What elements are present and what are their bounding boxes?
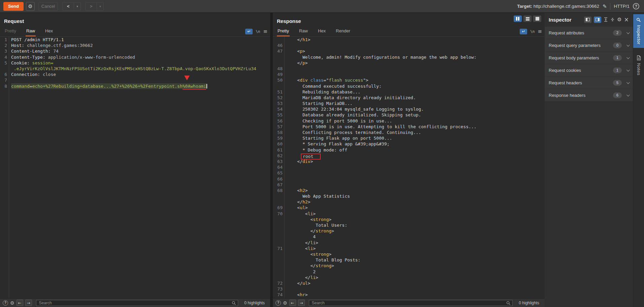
line-number (273, 257, 284, 263)
response-search-input[interactable] (309, 300, 513, 306)
code-line: 70 <li> (273, 211, 545, 217)
code-line: Total Users: (273, 222, 545, 228)
chevron-down-icon (626, 43, 630, 47)
inspector-section-request-attributes[interactable]: Request attributes2 (545, 27, 633, 39)
count-badge: 0 (613, 43, 622, 48)
code-line: 67 (273, 182, 545, 188)
code-line: 66 (273, 176, 545, 182)
search-next-button[interactable]: → (25, 300, 32, 306)
wrap-lines-icon[interactable]: ↵ (520, 29, 527, 34)
send-settings-button[interactable]: ⚙ (26, 2, 35, 11)
search-prev-button[interactable]: ← (289, 300, 296, 306)
request-search-input[interactable] (36, 300, 238, 306)
inspector-section-response-headers[interactable]: Response headers6 (545, 89, 633, 101)
search-help-icon[interactable]: ? (276, 300, 281, 306)
tab-raw[interactable]: Raw (298, 28, 309, 36)
help-icon[interactable]: ? (633, 3, 639, 9)
line-number: 70 (273, 211, 284, 217)
line-number (273, 60, 284, 66)
divider (610, 3, 610, 10)
line-number: 61 (273, 147, 284, 153)
count-badge: 2 (613, 30, 622, 36)
history-back-dropdown[interactable]: ▾ (74, 2, 80, 10)
code-line: 71 <li> (273, 246, 545, 251)
toolbar: Send ⚙ Cancel < ▾ > ▾ Target: http://cha… (0, 0, 644, 13)
line-number: 58 (273, 130, 284, 135)
code-line: 48 (273, 66, 545, 72)
code-line: <strong> (273, 217, 545, 222)
line-number: 68 (273, 188, 284, 193)
line-number: 1 (0, 37, 9, 43)
expand-all-button[interactable] (604, 17, 608, 22)
code-line: 47 <p> (273, 48, 545, 54)
inspector-section-request-body-parameters[interactable]: Request body parameters1 (545, 52, 633, 64)
line-number: 49 (273, 72, 284, 77)
code-line: 54 250302 22:34:04 mysqld_safe Logging t… (273, 106, 545, 112)
search-next-button[interactable]: → (298, 300, 305, 306)
response-panel: Response PrettyRawHexRender ↵ \n ≡ </h1>… (273, 13, 545, 307)
tab-inspector[interactable]: Inspector (633, 14, 644, 48)
code-line: 4Content-Type: application/x-www-form-ur… (0, 54, 270, 60)
show-nonprintable-icon[interactable]: \n (530, 29, 535, 34)
cancel-button[interactable]: Cancel (38, 2, 58, 11)
line-number: 53 (273, 101, 284, 106)
collapse-all-button[interactable] (610, 17, 615, 22)
request-editor[interactable]: 1POST /admin HTTP/1.12Host: challenge.ct… (0, 37, 270, 298)
tab-hex[interactable]: Hex (317, 28, 326, 36)
dock-right-button[interactable] (594, 17, 601, 23)
inspector-close-button[interactable]: × (624, 16, 629, 23)
line-number: 65 (273, 170, 284, 176)
inspector-section-request-cookies[interactable]: Request cookies1 (545, 64, 633, 76)
code-line: 49 (273, 72, 545, 77)
line-number (273, 199, 284, 205)
http-version-selector[interactable]: HTTP/1 (614, 4, 630, 9)
edit-target-icon[interactable]: ✎ (603, 3, 607, 9)
history-forward-button[interactable]: > (86, 2, 97, 10)
line-number (273, 217, 284, 222)
search-prev-button[interactable]: ← (17, 300, 23, 306)
history-forward-splitbutton: > ▾ (85, 2, 104, 11)
editor-menu-icon[interactable]: ≡ (538, 28, 542, 34)
section-label: Response headers (549, 93, 585, 98)
line-number (273, 251, 284, 257)
line-number (273, 222, 284, 228)
send-button[interactable]: Send (3, 2, 24, 11)
search-settings-icon[interactable]: ⚙ (283, 300, 287, 306)
notes-icon (637, 55, 641, 60)
tab-pretty[interactable]: Pretty (277, 28, 290, 36)
line-number: 62 (273, 153, 284, 159)
inspector-section-request-headers[interactable]: Request headers5 (545, 77, 633, 89)
code-line: 8command=echo+%27Rebuilding+database...%… (0, 83, 270, 89)
view-rows-button[interactable] (523, 16, 532, 22)
code-line: 57 Port 5000 is in use. Attempting to ki… (273, 124, 545, 130)
response-editor[interactable]: </h1>4647 <p> Welcome, admin! Modify con… (273, 37, 545, 298)
tab-raw[interactable]: Raw (26, 28, 36, 36)
inspector-sections: Request attributes2Request query paramet… (545, 27, 633, 101)
tab-render[interactable]: Render (335, 28, 351, 36)
tab-notes[interactable]: Notes (633, 52, 644, 79)
search-settings-icon[interactable]: ⚙ (10, 300, 14, 306)
code-line: 4 (273, 234, 545, 240)
code-line: 65 (273, 170, 545, 176)
search-box (36, 300, 238, 306)
code-line: 46 (273, 43, 545, 48)
code-line: <strong> (273, 251, 545, 257)
editor-menu-icon[interactable]: ≡ (263, 28, 267, 34)
history-forward-dropdown[interactable]: ▾ (97, 2, 103, 10)
tab-hex[interactable]: Hex (44, 28, 54, 36)
text-caret (206, 84, 207, 88)
inspector-section-request-query-parameters[interactable]: Request query parameters0 (545, 39, 633, 51)
search-help-icon[interactable]: ? (3, 300, 8, 306)
search-box (309, 300, 513, 306)
line-number: 48 (273, 66, 284, 72)
view-single-button[interactable] (533, 16, 541, 22)
view-columns-button[interactable] (514, 16, 522, 22)
wrap-lines-icon[interactable]: ↵ (245, 29, 253, 34)
dock-left-button[interactable] (584, 17, 591, 23)
history-back-button[interactable]: < (63, 2, 74, 10)
show-nonprintable-icon[interactable]: \n (256, 29, 260, 34)
inspector-settings-button[interactable]: ⚙ (617, 17, 621, 23)
line-number: 59 (273, 135, 284, 141)
tab-pretty[interactable]: Pretty (4, 28, 17, 36)
code-line: 73 (273, 286, 545, 292)
